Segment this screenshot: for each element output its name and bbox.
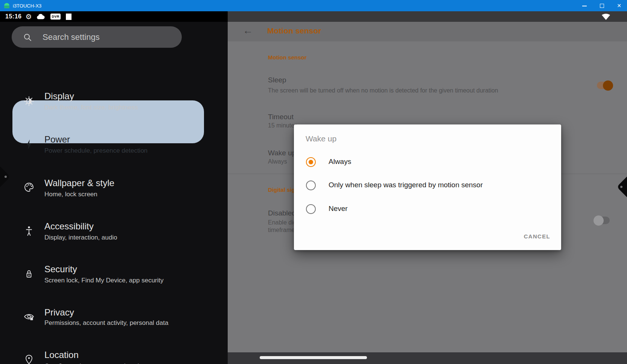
gear-icon: ⚙ [25, 13, 32, 20]
dialog-option-label: Always [329, 158, 351, 166]
cancel-button[interactable]: CANCEL [524, 233, 550, 240]
sidebar-item-location[interactable]: Location On - 2 apps have access to loca… [0, 338, 228, 364]
dialog-option-only-when-sleep[interactable]: Only when sleep was triggered by motion … [294, 176, 561, 195]
right-handle-dot-icon [620, 186, 622, 188]
search-placeholder: Search settings [43, 32, 100, 42]
palette-icon [23, 182, 35, 193]
sleep-title: Sleep [268, 76, 286, 84]
android-app-icon [4, 3, 10, 9]
sidebar-item-sublabel: Screen lock, Find My Device, app securit… [44, 277, 164, 284]
display-brightness-icon [23, 96, 35, 107]
signage-disabled-title: Disabled [268, 209, 296, 217]
screen-square-icon [66, 14, 72, 20]
dialog-title: Wake up [306, 134, 336, 143]
sidebar-item-label: Security [44, 264, 77, 275]
status-bar-right [228, 11, 627, 22]
lock-icon [23, 268, 35, 279]
page-header: ← Motion sensor [228, 22, 627, 41]
timeout-title[interactable]: Timeout [268, 113, 294, 121]
wake-up-dialog: Wake up Always Only when sleep was trigg… [294, 124, 561, 250]
sidebar-item-power[interactable]: Power Power schedule, presence detection [0, 122, 228, 165]
wifi-icon [601, 13, 610, 20]
radio-selected-icon[interactable] [306, 157, 316, 167]
timeout-value: 15 minutes [268, 122, 297, 129]
radio-unselected-icon[interactable] [306, 180, 316, 190]
window-titlebar: i3TOUCH-X3 ✕ [0, 0, 627, 11]
search-input[interactable]: Search settings [12, 26, 182, 48]
clock: 15:16 [5, 13, 21, 20]
maximize-button[interactable] [599, 3, 604, 8]
dialog-option-label: Only when sleep was triggered by motion … [329, 181, 483, 189]
sidebar-item-sublabel: Home, lock screen [44, 191, 97, 198]
sidebar-item-label: Power [44, 134, 70, 145]
back-button[interactable]: ← [243, 25, 253, 36]
sidebar-item-label: Wallpaper & style [44, 178, 114, 188]
dialog-option-label: Never [329, 205, 348, 213]
sleep-subtitle: The screen will be turned off when no mo… [268, 87, 498, 94]
search-icon [23, 33, 32, 42]
sidebar-item-label: Location [44, 350, 79, 360]
sidebar-item-security[interactable]: Security Screen lock, Find My Device, ap… [0, 252, 228, 295]
sidebar-item-privacy[interactable]: Privacy Permissions, account activity, p… [0, 295, 228, 338]
sidebar-item-display[interactable]: Display Dark theme, font size, brightnes… [0, 82, 228, 125]
sidebar-item-accessibility[interactable]: Accessibility Display, interaction, audi… [0, 209, 228, 252]
app-window: i3TOUCH-X3 ✕ 15:16 ⚙ DVR Search settings [0, 0, 627, 364]
status-bar: 15:16 ⚙ DVR [0, 11, 228, 22]
power-bolt-icon [23, 139, 35, 150]
scrollbar-handle[interactable] [260, 356, 367, 359]
dvr-badge: DVR [50, 14, 61, 20]
sidebar-item-sublabel: Display, interaction, audio [44, 234, 117, 241]
dialog-option-always[interactable]: Always [294, 152, 561, 172]
section-label-motion-sensor: Motion sensor [268, 54, 307, 61]
sidebar-item-label: Privacy [44, 307, 74, 318]
dialog-option-never[interactable]: Never [294, 199, 561, 219]
left-handle-dot-icon [5, 176, 7, 178]
signage-toggle[interactable] [594, 217, 610, 224]
sleep-toggle[interactable] [597, 82, 613, 89]
sidebar-item-sublabel: Permissions, account activity, personal … [44, 319, 168, 327]
radio-unselected-icon[interactable] [306, 204, 316, 214]
sidebar-item-sublabel: Power schedule, presence detection [44, 147, 148, 155]
bottom-nav-bar [228, 352, 627, 364]
minimize-button[interactable] [582, 3, 587, 8]
sidebar-item-sublabel: On - 2 apps have access to location [44, 362, 146, 364]
wakeup-title[interactable]: Wake up [268, 149, 296, 157]
privacy-eye-icon [23, 312, 35, 323]
page-title: Motion sensor [267, 26, 321, 35]
accessibility-icon [23, 225, 35, 237]
sidebar-item-label: Display [44, 91, 74, 102]
location-pin-icon [23, 354, 35, 364]
close-button[interactable]: ✕ [616, 3, 622, 8]
window-title: i3TOUCH-X3 [13, 3, 41, 9]
wakeup-value: Always [268, 158, 287, 165]
sidebar-item-sublabel: Dark theme, font size, brightness [44, 104, 138, 111]
sidebar-item-label: Accessibility [44, 221, 94, 232]
signage-disabled-subtitle-line2: timeframe [268, 227, 295, 234]
cloud-icon [36, 14, 45, 20]
sidebar-item-wallpaper[interactable]: Wallpaper & style Home, lock screen [0, 168, 228, 211]
settings-sidebar: Search settings Display Dark theme, font… [0, 22, 228, 364]
